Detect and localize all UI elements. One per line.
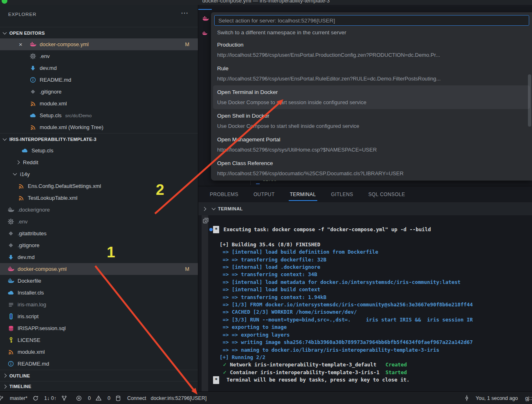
chevron-right-icon[interactable] [202, 207, 207, 211]
status-value: Created [386, 362, 407, 368]
explorer-item[interactable]: Installer.cls [0, 287, 198, 299]
terminal-line: * Terminal will be reused by tasks, pres… [213, 376, 532, 384]
sync-status[interactable]: 1↓ 0↑ [32, 395, 56, 401]
open-editor-item[interactable]: README.md [0, 74, 198, 86]
file-name: module.xml (Working Tree) [40, 124, 103, 130]
status-bar-left: master*1↓ 0↑00Connectdocker:iris:52796[U… [0, 392, 207, 404]
gj-status[interactable]: gj::loc [525, 395, 532, 401]
build-log-text: => [3/3] RUN --mount=type=bind,src=.,dst… [220, 317, 473, 323]
script-icon [7, 313, 14, 319]
explorer-item[interactable]: dev.md [0, 251, 198, 263]
quickpick-input[interactable]: Select action for server: localhost:5279… [214, 15, 529, 26]
quickpick-item[interactable]: Productionhttp://localhost:52796/csp/use… [211, 38, 532, 62]
explorer-item[interactable]: .gitattributes [0, 228, 198, 239]
build-log-text: => => exporting layers [220, 332, 290, 338]
docker-icon [202, 31, 208, 36]
quickpick-item[interactable]: Open Management Portalhttp://localhost:5… [211, 133, 532, 156]
quickpick-item-description: Use Docker Compose to start shell inside… [217, 121, 532, 131]
modified-badge: M [185, 266, 189, 272]
terminal-line: => => transferring dockerfile: 32B [220, 256, 532, 263]
open-editor-item[interactable]: module.xml (Working Tree) [0, 121, 198, 133]
section-open-editors[interactable]: OPEN EDITORS [0, 27, 198, 38]
connect-button[interactable]: Connect [115, 395, 146, 401]
task-text: Terminal will be reused by tasks, press … [223, 377, 409, 383]
file-path: src/dc/Demo [65, 113, 92, 118]
more-actions-icon[interactable]: ⋯ [181, 8, 189, 18]
explorer-item[interactable]: module.xml [0, 346, 198, 358]
quickpick-item[interactable]: Open Terminal in DockerUse Docker Compos… [213, 85, 530, 109]
file-name: module.xml [18, 349, 45, 355]
open-editor-item[interactable]: module.xml [0, 98, 198, 109]
quickpick-dropdown: Select action for server: localhost:5279… [211, 12, 532, 181]
branch-status[interactable]: master* [0, 395, 27, 401]
open-editor-item[interactable]: .env [0, 50, 198, 62]
file-name: README.md [40, 77, 71, 83]
chevron-down-icon[interactable] [212, 206, 216, 210]
open-editor-item[interactable]: ×docker-compose.ymlM [0, 38, 198, 50]
status-label: Container iris-interoperability-template… [227, 369, 386, 375]
explorer-item[interactable]: i14y [0, 168, 198, 180]
open-editor-item[interactable]: Setup.clssrc/dc/Demo [0, 109, 198, 121]
tab-output[interactable]: OUTPUT [254, 192, 275, 197]
explorer-item[interactable]: iris.script [0, 310, 198, 322]
file-name: iris-main.log [18, 301, 46, 308]
quickpick-partial-item[interactable]: Switch to a different namespace in the c… [217, 29, 346, 36]
terminal-line: => => exporting layers [220, 331, 532, 339]
build-log-text: => [1/3] FROM docker.io/intersystemsdc/i… [220, 301, 473, 308]
title-bar: docker-compose.yml — iris-interoperabili… [0, 0, 532, 5]
blame-status[interactable]: You, 1 second ago [463, 395, 518, 401]
explorer-item[interactable]: Setup.cls [0, 145, 198, 156]
explorer-item[interactable]: docker-compose.ymlM [0, 263, 198, 275]
scrollbar[interactable] [528, 74, 531, 127]
problems-errors[interactable]: 0 [76, 395, 91, 401]
explorer-item[interactable]: iris-main.log [0, 299, 198, 310]
file-name: .dockerignore [18, 207, 50, 213]
panel-tab-bar: PROBLEMSOUTPUTTERMINALGITLENSSQL CONSOLE [198, 186, 532, 202]
tab-problems[interactable]: PROBLEMS [210, 192, 238, 197]
terminal-line: ✓ Network iris-interoperability-template… [220, 361, 532, 368]
quickpick-item[interactable]: Rulehttp://localhost:52796/csp/user/EnsP… [211, 62, 532, 85]
quickpick-item[interactable]: Open Class Referencehttp://localhost:527… [211, 156, 532, 180]
explorer-item[interactable]: .gitignore [0, 239, 198, 251]
file-name: Setup.cls [31, 147, 53, 154]
quickpick-item[interactable]: Open Shell in DockerUse Docker Compose t… [211, 109, 532, 133]
commit-icon [463, 395, 470, 401]
section-outline[interactable]: OUTLINE [0, 370, 198, 381]
close-icon[interactable]: × [19, 42, 29, 47]
diamond-icon [29, 89, 36, 94]
file-name: Reddit [23, 159, 38, 165]
gear-icon [29, 53, 36, 59]
quickpick-item-description: http://localhost:52796/csp/sys/UtilHome.… [217, 145, 532, 155]
problems-warnings[interactable]: 0 [95, 395, 110, 401]
quickpick-item-label: Rule [217, 63, 532, 74]
terminal-line: => => transferring context: 1.94kB [220, 294, 532, 301]
explorer-item[interactable]: IRISAPP.session.sql [0, 322, 198, 334]
explorer-item[interactable]: Reddit [0, 156, 198, 168]
explorer-item[interactable]: Dockerfile [0, 275, 198, 287]
graph-button[interactable] [61, 395, 71, 401]
explorer-item[interactable]: LICENSE [0, 334, 198, 346]
file-name: i14y [20, 171, 30, 177]
section-timeline[interactable]: TIMELINE [0, 381, 198, 391]
explorer-item[interactable]: .dockerignore [0, 204, 198, 216]
active-indicator-icon [209, 228, 213, 231]
explorer-item[interactable]: .env [0, 216, 198, 228]
terminal-content[interactable]: *Executing task: docker compose -f "dock… [198, 215, 532, 391]
tab-gitlens[interactable]: GITLENS [331, 192, 353, 197]
terminal-line: [+] Running 2/2 [220, 354, 532, 361]
open-editor-item[interactable]: dev.md [0, 62, 198, 74]
section-project[interactable]: IRIS-INTEROPERABILITY-TEMPLATE-3 [0, 133, 198, 145]
server-status[interactable]: docker:iris:52796[USER] [150, 395, 207, 401]
build-log-text: => => transferring dockerfile: 32B [220, 257, 326, 263]
terminal-line: => [internal] load .dockerignore [220, 263, 532, 271]
file-name: module.xml [40, 100, 67, 107]
tab-terminal[interactable]: TERMINAL [290, 192, 316, 197]
explorer-item[interactable]: README.md [0, 358, 198, 370]
status-label: Network iris-interoperability-template-3… [227, 362, 386, 368]
task-text: Executing task: docker compose -f "docke… [223, 226, 431, 232]
explorer-item[interactable]: TestLookupTable.xml [0, 192, 198, 204]
tab-sql-console[interactable]: SQL CONSOLE [368, 192, 405, 197]
rss-icon [7, 349, 14, 355]
explorer-item[interactable]: Ens.Config.DefaultSettings.xml [0, 180, 198, 192]
open-editor-item[interactable]: .gitignore [0, 86, 198, 98]
